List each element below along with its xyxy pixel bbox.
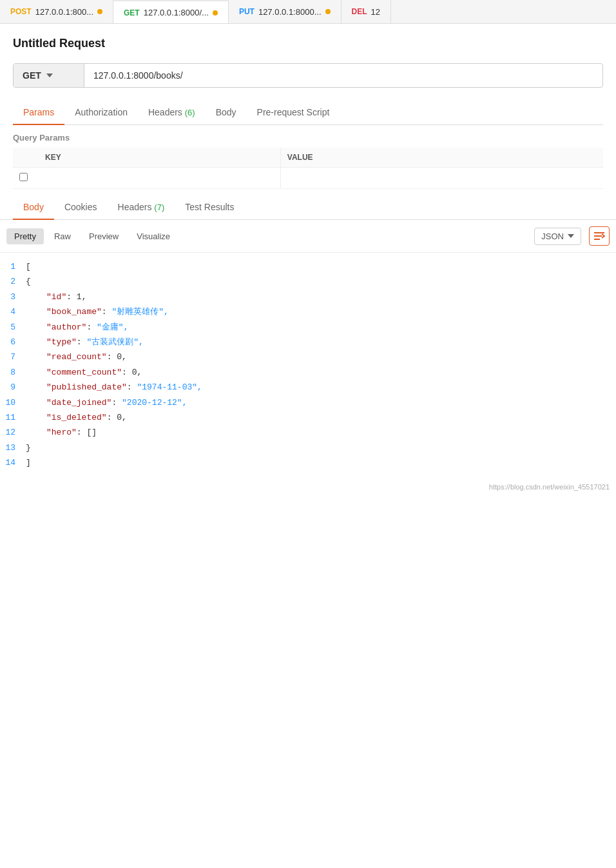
col-checkbox (13, 148, 39, 168)
json-line: 5"author": "金庸", (0, 320, 610, 335)
tab-url-post: 127.0.0.1:800... (35, 7, 93, 17)
line-number: 8 (0, 365, 26, 380)
line-content: "comment_count": 0, (26, 365, 142, 380)
json-line: 3"id": 1, (0, 290, 610, 304)
line-content: } (26, 440, 31, 455)
row-check-input[interactable] (19, 173, 28, 181)
format-type-label: JSON (541, 232, 564, 241)
dot-put (325, 9, 331, 14)
json-line: 1[ (0, 259, 610, 274)
line-number: 2 (0, 274, 26, 289)
line-number: 3 (0, 290, 26, 304)
json-line: 6"type": "古装武侠剧", (0, 335, 610, 350)
tab-url-put: 127.0.0.1:8000... (258, 7, 322, 17)
line-number: 6 (0, 335, 26, 350)
resp-test-results-label: Test Results (185, 202, 234, 212)
fmt-pretty-btn[interactable]: Pretty (6, 228, 44, 244)
main-content: Untitled Request GET Params Authorizatio… (0, 24, 616, 195)
tab-authorization[interactable]: Authorization (64, 101, 138, 125)
dot-post (97, 9, 102, 14)
line-content: ] (26, 455, 31, 470)
tab-headers-label: Headers (148, 107, 182, 117)
url-input[interactable] (84, 64, 602, 87)
query-params-label: Query Params (13, 125, 603, 148)
line-number: 11 (0, 410, 26, 425)
json-line: 9"published_date": "1974-11-03", (0, 380, 610, 395)
tab-del[interactable]: DEL 12 (342, 0, 391, 23)
method-label-get: GET (124, 8, 140, 17)
line-number: 4 (0, 304, 26, 319)
json-line: 10"date_joined": "2020-12-12", (0, 395, 610, 410)
tab-pre-request-label: Pre-request Script (257, 107, 330, 117)
json-line: 8"comment_count": 0, (0, 365, 610, 380)
method-label-put: PUT (239, 7, 255, 16)
resp-cookies-label: Cookies (64, 202, 97, 212)
selected-method: GET (23, 70, 41, 81)
wrap-icon (593, 231, 605, 241)
fmt-preview-btn[interactable]: Preview (81, 228, 126, 244)
word-wrap-btn[interactable] (589, 226, 610, 246)
table-row (13, 168, 603, 189)
url-bar: GET (13, 63, 603, 88)
line-content: { (26, 274, 31, 289)
tab-body-req-label: Body (216, 107, 236, 117)
json-line: 7"read_count": 0, (0, 350, 610, 364)
tab-headers[interactable]: Headers (6) (138, 101, 206, 125)
fmt-raw-btn[interactable]: Raw (46, 228, 79, 244)
params-table: KEY VALUE (13, 148, 603, 189)
response-section: Body Cookies Headers (7) Test Results Pr… (0, 195, 616, 477)
line-content: "published_date": "1974-11-03", (26, 380, 202, 395)
row-value-cell[interactable] (280, 168, 603, 189)
line-content: "id": 1, (26, 290, 86, 304)
response-tabs: Body Cookies Headers (7) Test Results (0, 195, 616, 220)
tab-url-get: 127.0.0.1:8000/... (144, 8, 209, 17)
format-chevron-icon (568, 234, 574, 238)
json-line: 11"is_deleted": 0, (0, 410, 610, 425)
line-number: 14 (0, 455, 26, 470)
line-number: 1 (0, 259, 26, 274)
json-line: 2 { (0, 274, 610, 289)
request-title: Untitled Request (13, 37, 603, 50)
json-viewer: 1[2 {3"id": 1,4"book_name": "射雕英雄传",5"au… (0, 253, 616, 477)
line-content: "is_deleted": 0, (26, 410, 127, 425)
dot-get (213, 10, 218, 15)
chevron-down-icon (46, 74, 53, 77)
request-tabs: Params Authorization Headers (6) Body Pr… (13, 101, 603, 125)
resp-tab-cookies[interactable]: Cookies (54, 195, 108, 220)
line-content: "hero": [] (26, 425, 97, 440)
line-number: 7 (0, 350, 26, 364)
line-number: 13 (0, 440, 26, 455)
json-line: 13 } (0, 440, 610, 455)
tab-post[interactable]: POST 127.0.0.1:800... (0, 0, 113, 23)
tab-authorization-label: Authorization (75, 107, 128, 117)
tab-pre-request[interactable]: Pre-request Script (247, 101, 340, 125)
tab-put[interactable]: PUT 127.0.0.1:8000... (229, 0, 342, 23)
line-number: 10 (0, 395, 26, 410)
format-bar: Pretty Raw Preview Visualize JSON (0, 220, 616, 253)
query-params-section: Query Params KEY VALUE (13, 125, 603, 189)
line-number: 9 (0, 380, 26, 395)
method-selector[interactable]: GET (14, 64, 84, 87)
resp-tab-body[interactable]: Body (13, 195, 54, 220)
json-line: 4"book_name": "射雕英雄传", (0, 304, 610, 319)
col-key-header: KEY (39, 148, 280, 168)
tab-params[interactable]: Params (13, 101, 64, 125)
col-value-header: VALUE (280, 148, 603, 168)
resp-tab-test-results[interactable]: Test Results (175, 195, 244, 220)
line-number: 5 (0, 320, 26, 335)
fmt-visualize-btn[interactable]: Visualize (129, 228, 178, 244)
resp-headers-label: Headers (118, 202, 152, 212)
tab-get[interactable]: GET 127.0.0.1:8000/... (113, 0, 229, 24)
tab-body-req[interactable]: Body (206, 101, 247, 125)
line-content: "date_joined": "2020-12-12", (26, 395, 187, 410)
headers-badge: (6) (185, 108, 195, 117)
method-label-post: POST (10, 7, 32, 16)
row-key-cell[interactable] (39, 168, 280, 189)
row-checkbox[interactable] (13, 168, 39, 189)
line-content: "book_name": "射雕英雄传", (26, 304, 169, 319)
tab-params-label: Params (23, 107, 54, 117)
method-label-del: DEL (352, 7, 367, 16)
line-content: "type": "古装武侠剧", (26, 335, 144, 350)
resp-tab-headers[interactable]: Headers (7) (108, 195, 175, 220)
format-type-select[interactable]: JSON (534, 228, 581, 245)
